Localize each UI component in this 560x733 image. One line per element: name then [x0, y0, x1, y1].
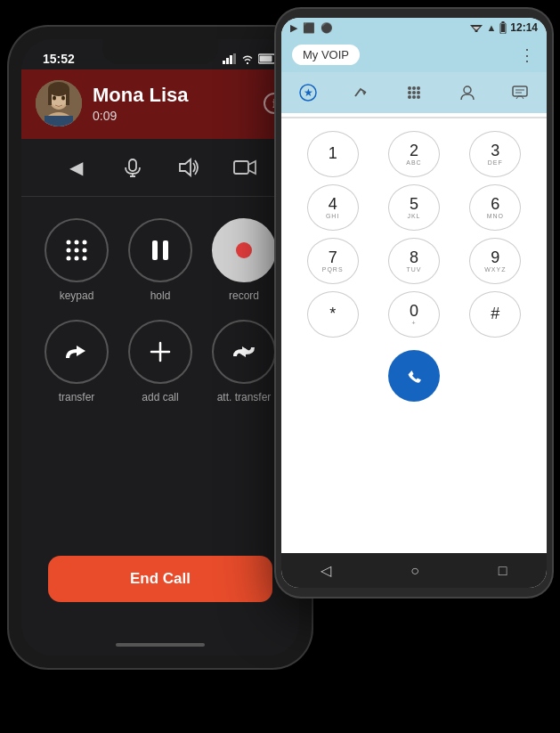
svg-rect-12 [48, 89, 52, 105]
dialpad-row-2: 4 GHI 5 JKL 6 MNO [296, 184, 532, 231]
hold-label: hold [150, 289, 171, 302]
record-action[interactable]: record [207, 218, 281, 302]
action-buttons-grid: keypad hold record [21, 197, 299, 412]
svg-rect-0 [223, 61, 225, 64]
dial-key-6[interactable]: 6 MNO [469, 184, 521, 231]
android-battery-icon [499, 21, 507, 34]
speaker-icon[interactable] [173, 151, 205, 183]
record-label: record [229, 289, 259, 302]
android-screen: ▶ ⬛ ⚫ ▲ 12:14 [281, 18, 547, 588]
android-appbar: My VOIP ⋮ [281, 37, 547, 72]
dial-key-0[interactable]: 0 + [388, 291, 440, 338]
svg-point-30 [75, 257, 79, 261]
android-tabs: ★ [281, 72, 547, 113]
dial-num-hash: # [491, 305, 499, 323]
android-call-row [296, 345, 532, 411]
iphone-status-icons [223, 53, 278, 64]
caller-name: Mona Lisa [93, 84, 253, 107]
add-call-action[interactable]: add call [123, 320, 198, 403]
dialpad-row-3: 7 PQRS 8 TUV 9 WXYZ [296, 238, 532, 284]
android-call-button[interactable] [388, 350, 440, 402]
dial-key-star[interactable]: * [307, 291, 359, 338]
dial-key-2[interactable]: 2 ABC [388, 131, 440, 177]
more-options-button[interactable]: ⋮ [519, 45, 536, 65]
svg-marker-22 [248, 161, 256, 174]
dial-key-1[interactable]: 1 [307, 131, 359, 177]
svg-point-52 [412, 95, 416, 99]
tab-favorites[interactable]: ★ [290, 79, 326, 106]
dial-key-3[interactable]: 3 DEF [469, 131, 521, 177]
svg-point-28 [83, 248, 87, 253]
keypad-button[interactable] [45, 218, 109, 282]
iphone-time: 15:52 [43, 52, 75, 66]
back-icon[interactable]: ◀ [61, 151, 93, 183]
keypad-action[interactable]: keypad [39, 218, 114, 302]
att-transfer-button[interactable] [212, 320, 276, 384]
svg-point-29 [67, 257, 71, 261]
dialpad-row-4: * 0 + # [296, 291, 532, 338]
tab-messages[interactable] [502, 79, 538, 106]
call-controls-row: ◀ [21, 139, 299, 197]
voip-badge: My VOIP [292, 45, 360, 65]
avatar [36, 80, 82, 126]
mute-icon[interactable] [117, 151, 149, 183]
wifi-icon [241, 53, 254, 64]
android-status-icon3: ⚫ [321, 22, 333, 34]
svg-rect-41 [501, 24, 505, 32]
svg-point-50 [417, 91, 420, 94]
att-transfer-action[interactable]: att. transfer [207, 320, 281, 403]
tab-contacts[interactable] [450, 79, 485, 106]
iphone-notch [102, 39, 218, 64]
svg-marker-20 [180, 159, 191, 175]
svg-point-46 [412, 86, 416, 90]
dial-letters-0: + [411, 320, 416, 326]
battery-icon [258, 53, 278, 64]
svg-point-27 [75, 248, 79, 253]
dial-key-4[interactable]: 4 GHI [307, 184, 359, 231]
tab-dialpad[interactable] [396, 79, 432, 106]
svg-rect-55 [513, 86, 527, 96]
dial-num-9: 9 [491, 249, 499, 267]
dial-letters-7: PQRS [322, 266, 344, 273]
android-status-icon1: ▶ [290, 22, 297, 34]
android-device: ▶ ⬛ ⚫ ▲ 12:14 [276, 9, 552, 597]
svg-point-26 [67, 248, 71, 253]
dial-key-5[interactable]: 5 JKL [388, 184, 440, 231]
android-back-button[interactable]: ◁ [321, 562, 331, 579]
hold-action[interactable]: hold [123, 218, 198, 302]
video-icon[interactable] [229, 151, 261, 183]
svg-rect-3 [233, 53, 236, 64]
android-recents-button[interactable]: □ [499, 563, 507, 579]
svg-point-48 [408, 91, 411, 94]
end-call-button[interactable]: End Call [48, 556, 272, 602]
caller-info-bar: Mona Lisa 0:09 ℹ [21, 69, 299, 139]
dial-key-hash[interactable]: # [469, 291, 521, 338]
dialpad-row-1: 1 2 ABC 3 DEF [296, 131, 532, 177]
svg-point-54 [464, 86, 471, 94]
record-button[interactable] [212, 218, 276, 282]
dial-key-9[interactable]: 9 WXYZ [469, 238, 521, 284]
iphone-screen: 15:52 [21, 39, 299, 656]
svg-rect-33 [163, 240, 168, 260]
transfer-action[interactable]: transfer [39, 320, 114, 403]
dial-letters-8: TUV [406, 266, 421, 273]
add-call-button[interactable] [128, 320, 192, 384]
svg-rect-2 [230, 55, 232, 64]
svg-rect-32 [152, 240, 158, 260]
android-status-icon2: ⬛ [303, 22, 315, 34]
caller-details: Mona Lisa 0:09 [93, 84, 253, 123]
android-home-button[interactable]: ○ [410, 563, 419, 579]
dial-key-8[interactable]: 8 TUV [388, 238, 440, 284]
att-transfer-label: att. transfer [217, 391, 272, 403]
transfer-button[interactable] [45, 320, 109, 384]
android-navbar: ◁ ○ □ [281, 553, 547, 588]
hold-button[interactable] [128, 218, 192, 282]
add-call-label: add call [142, 391, 178, 403]
dial-key-7[interactable]: 7 PQRS [307, 238, 359, 284]
keypad-label: keypad [60, 289, 94, 302]
svg-rect-16 [45, 116, 73, 126]
transfer-label: transfer [59, 391, 95, 403]
svg-point-45 [408, 86, 411, 90]
tab-recent[interactable] [343, 79, 378, 106]
call-duration: 0:09 [93, 109, 253, 123]
